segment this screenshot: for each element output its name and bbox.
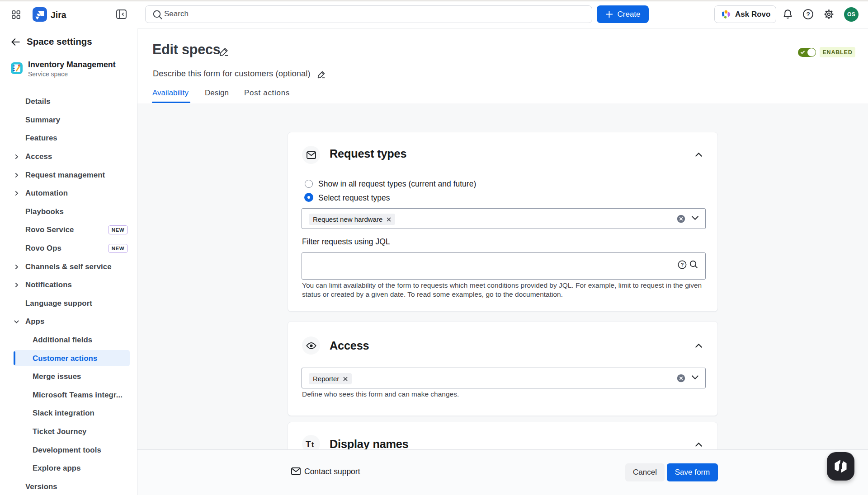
svg-text:T: T [306, 439, 311, 448]
svg-text:?: ? [681, 262, 684, 267]
svg-text:t: t [311, 441, 314, 448]
svg-text:?: ? [806, 11, 810, 18]
